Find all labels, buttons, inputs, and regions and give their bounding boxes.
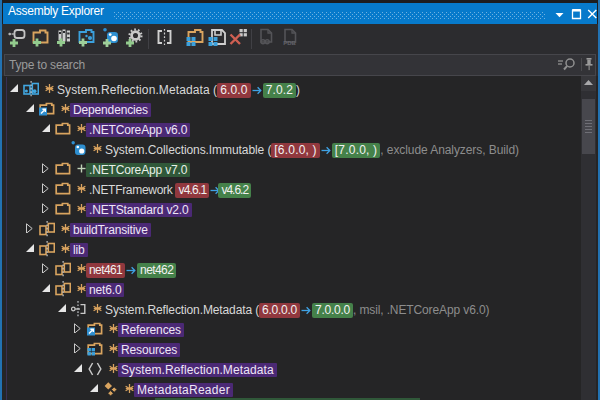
svg-text:PDB: PDB: [283, 40, 296, 46]
